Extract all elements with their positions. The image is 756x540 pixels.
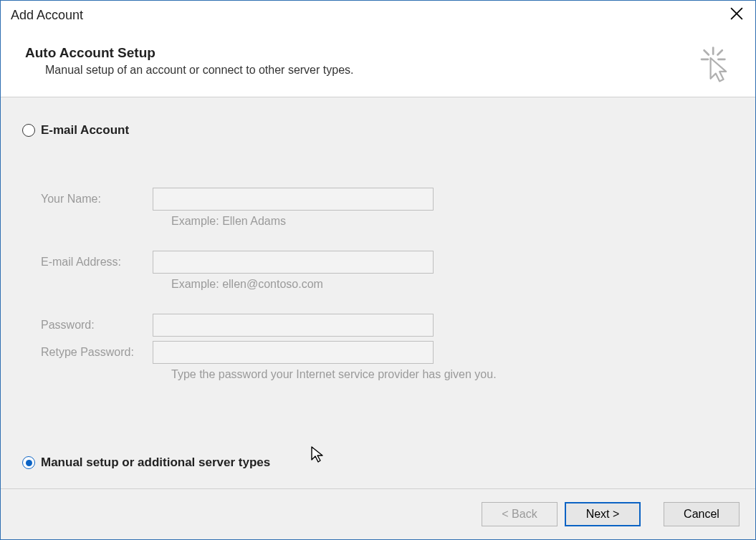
radio-label: Manual setup or additional server types [41, 455, 270, 470]
email-input [153, 251, 434, 274]
next-button[interactable]: Next > [565, 502, 641, 526]
retype-password-label: Retype Password: [41, 346, 153, 359]
header-subtitle: Manual setup of an account or connect to… [45, 64, 353, 77]
radio-label: E-mail Account [41, 123, 129, 138]
titlebar: Add Account [1, 1, 755, 29]
back-button: < Back [482, 502, 558, 526]
password-hint: Type the password your Internet service … [171, 368, 497, 381]
cursor-icon [310, 445, 325, 463]
svg-line-6 [718, 50, 722, 54]
password-input [153, 314, 434, 337]
close-button[interactable] [725, 4, 748, 26]
retype-password-input [153, 341, 434, 364]
window-title: Add Account [11, 8, 83, 23]
password-label: Password: [41, 319, 153, 332]
header-text: Auto Account Setup Manual setup of an ac… [25, 45, 353, 77]
radio-icon [22, 124, 35, 137]
wizard-header: Auto Account Setup Manual setup of an ac… [1, 29, 755, 97]
cancel-button[interactable]: Cancel [664, 502, 740, 526]
header-title: Auto Account Setup [25, 45, 353, 61]
your-name-label: Your Name: [41, 193, 153, 206]
your-name-hint: Example: Ellen Adams [171, 215, 286, 228]
radio-selected-icon [22, 456, 35, 469]
email-label: E-mail Address: [41, 256, 153, 269]
click-cursor-icon [695, 45, 734, 84]
radio-email-account[interactable]: E-mail Account [22, 123, 734, 138]
email-account-form: Your Name: Example: Ellen Adams E-mail A… [41, 188, 734, 381]
your-name-input [153, 188, 434, 211]
radio-manual-setup[interactable]: Manual setup or additional server types [22, 455, 270, 470]
email-hint: Example: ellen@contoso.com [171, 278, 323, 291]
svg-line-5 [704, 50, 709, 54]
wizard-footer: < Back Next > Cancel [1, 489, 755, 539]
add-account-dialog: Add Account Auto Account Setup Manual se… [0, 0, 756, 540]
wizard-body: E-mail Account Your Name: Example: Ellen… [1, 97, 755, 489]
close-icon [730, 7, 743, 23]
